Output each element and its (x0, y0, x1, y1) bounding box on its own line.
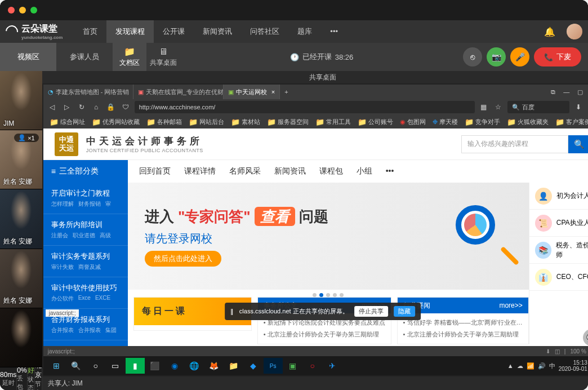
star-icon[interactable]: ☆ (493, 103, 504, 111)
app-icon[interactable]: ⬛ (145, 358, 164, 374)
site-search-input[interactable]: 输入你感兴趣的课程 (461, 135, 568, 153)
rail-item[interactable]: 📚税务、造价师 (529, 237, 588, 264)
bookmark-item[interactable]: 📁服务器空间 (264, 118, 311, 126)
bookmark-item[interactable]: ❉摩天楼 (430, 118, 461, 126)
shield-icon[interactable]: 🛡 (120, 103, 131, 111)
reload-icon[interactable]: ↻ (76, 103, 87, 111)
download-tray-icon[interactable]: ⬇ (546, 348, 550, 354)
news-item[interactable]: • 笃信好学 养精蓄锐——北京'两师'行业在… (403, 317, 523, 329)
hangup-button[interactable]: 📞 下麦 (534, 47, 581, 67)
bookmark-item[interactable]: 📁常用工具 (313, 118, 354, 126)
video-tile[interactable]: 👤×1 姓名 安娜 (0, 130, 42, 189)
site-nav-item[interactable]: 名师风采 (229, 166, 261, 176)
video-tile[interactable] (0, 308, 42, 367)
bookmark-item[interactable]: 📁火狐收藏夹 (504, 118, 551, 126)
share-desktop-button[interactable]: 🖥 共享桌面 (146, 43, 180, 71)
bell-icon[interactable]: 🔔 (544, 26, 555, 37)
docs-button[interactable]: 📁 文档区 (113, 43, 146, 71)
site-logo[interactable]: 中通天运 (55, 132, 78, 156)
exit-button[interactable]: ⎋ (463, 47, 482, 67)
opera-icon[interactable]: ○ (303, 358, 322, 374)
tab-attendees[interactable]: 参课人员 (56, 43, 113, 71)
user-avatar[interactable] (567, 24, 582, 39)
cortana-icon[interactable]: ○ (86, 358, 105, 374)
app-icon[interactable]: ▮ (126, 358, 145, 374)
rail-item[interactable]: 📜CPA执业人 (529, 210, 588, 237)
nav-public[interactable]: 公开课 (154, 20, 194, 43)
bookmark-item[interactable]: 📁客户案例 (553, 118, 588, 126)
tray-up-icon[interactable]: ▲ (507, 362, 514, 369)
site-nav-item[interactable]: 回到首页 (139, 166, 171, 176)
app-icon[interactable]: ◆ (244, 358, 263, 374)
nav-discover[interactable]: 发现课程 (106, 20, 154, 43)
forward-icon[interactable]: ▷ (61, 103, 73, 111)
bookmark-item[interactable]: 📁优秀网站收藏 (89, 118, 142, 126)
site-nav-more[interactable]: ••• (386, 166, 394, 176)
browser-tab[interactable]: ◔李建东营销地图 - 网络营销× (43, 85, 133, 99)
download-icon[interactable]: ⬇ (573, 103, 584, 111)
window-minimize-icon[interactable]: — (560, 87, 573, 97)
news-item[interactable]: • 北京注册会计师协会关于举办第三期助理 (264, 329, 385, 340)
sidebar-item[interactable]: 审计实务专题系列审计失败商誉及减 (43, 246, 128, 277)
system-tray[interactable]: ▲ ☁ 📶 🔊 中 15:13 2020-09-01 💬 (507, 360, 588, 372)
video-tile[interactable]: 姓名 安娜 (0, 249, 42, 308)
chat-icon[interactable]: 💬 (583, 329, 588, 346)
bookmark-item[interactable]: 📁公司账号 (355, 118, 396, 126)
video-tile[interactable]: JIM (0, 71, 42, 130)
site-search-button[interactable]: 🔍 (568, 135, 588, 153)
site-nav-item[interactable]: 课程详情 (184, 166, 216, 176)
nav-more[interactable]: ••• (321, 20, 347, 43)
zoom-level[interactable]: 100 % (570, 348, 586, 354)
new-tab-button[interactable]: + (280, 88, 292, 95)
sidebar-item[interactable]: 审计中软件使用技巧办公软件ExceEXCE (43, 277, 128, 309)
folder-icon[interactable]: 📁 (224, 358, 243, 374)
wifi-icon[interactable]: 📶 (527, 362, 534, 370)
window-maximize-icon[interactable]: ▢ (574, 87, 586, 97)
cloud-icon[interactable]: ☁ (517, 362, 523, 370)
site-nav-item[interactable]: 小组 (357, 166, 372, 176)
clock[interactable]: 15:13 2020-09-01 (559, 360, 587, 372)
site-nav-item[interactable]: 新闻资讯 (274, 166, 306, 176)
ime-icon[interactable]: 中 (549, 362, 555, 370)
camera-button[interactable]: 📷 (487, 47, 506, 67)
taskview-icon[interactable]: ▭ (106, 358, 125, 374)
nav-qa[interactable]: 问答社区 (241, 20, 288, 43)
news-item[interactable]: • 北京注册会计师协会关于举办第三期助理 (403, 329, 523, 340)
volume-icon[interactable]: 🔊 (538, 362, 546, 370)
bookmark-item[interactable]: 📁网站后台 (186, 118, 227, 126)
category-header[interactable]: ≡ 三全部分类 (43, 160, 128, 183)
site-nav-item[interactable]: 课程包 (319, 166, 343, 176)
rail-item[interactable]: 👤初为会计人 (529, 183, 588, 210)
browser-tab[interactable]: ▣天鹅在线官网_专业的在优财× (133, 85, 224, 99)
nav-home[interactable]: 首页 (74, 20, 106, 43)
nav-bank[interactable]: 题库 (288, 20, 321, 43)
grid-icon[interactable]: ▦ (478, 103, 489, 111)
close-dot[interactable] (8, 7, 15, 14)
app-icon[interactable]: ▣ (283, 358, 302, 374)
search-engine-box[interactable]: 🔍百度 (507, 101, 569, 113)
bookmark-item[interactable]: 📁各种邮箱 (144, 118, 185, 126)
maximize-dot[interactable] (30, 7, 37, 14)
back-icon[interactable]: ◁ (47, 103, 58, 111)
hero-banner[interactable]: 进入 "专家问答" 查看 问题 请先登录网校 然后点击此处进入 (128, 183, 529, 290)
sidebar-item[interactable]: 开启审计之门教程怎样理解财务报销审 (43, 183, 128, 214)
minimize-dot[interactable] (19, 7, 26, 14)
hide-button[interactable]: 隐藏 (394, 306, 415, 317)
more-link[interactable]: more>> (499, 302, 522, 309)
banner-cta[interactable]: 然后点击此处进入 (145, 251, 221, 267)
window-restore-icon[interactable]: ⧉ (547, 87, 559, 97)
search-icon[interactable]: 🔍 (66, 358, 86, 374)
rail-item[interactable]: 👔CEO、CFO (529, 264, 588, 291)
firefox-icon[interactable]: 🦊 (204, 358, 224, 374)
url-input[interactable]: http://www.accchinese.com/ (135, 101, 475, 113)
photoshop-icon[interactable]: Ps (264, 358, 283, 374)
start-button[interactable]: ⊞ (47, 358, 66, 374)
tab-video[interactable]: 视频区 (0, 43, 56, 71)
mic-button[interactable]: 🎤 (510, 47, 529, 67)
nav-news[interactable]: 新闻资讯 (194, 20, 241, 43)
bookmark-item[interactable]: ◉包图网 (397, 118, 429, 126)
bookmark-item[interactable]: 📁素材站 (228, 118, 263, 126)
sidebar-item[interactable]: 事务所内部培训注册会职业道德高级 (43, 214, 128, 246)
edge-icon[interactable]: ◉ (165, 358, 184, 374)
video-tile[interactable]: 姓名 安娜 (0, 189, 42, 249)
